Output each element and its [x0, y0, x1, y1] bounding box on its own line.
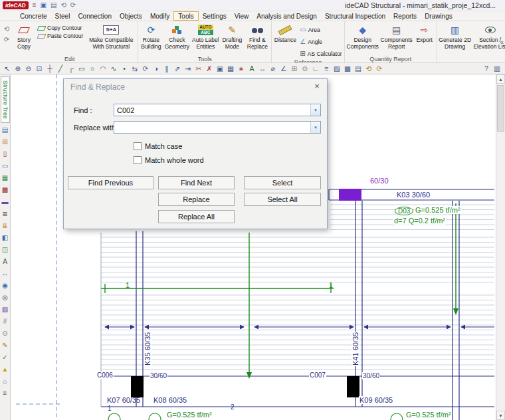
match-whole-word-box[interactable] — [134, 156, 142, 164]
scale-icon[interactable]: ⇗ — [172, 63, 183, 74]
angle-button[interactable]: ∠ Angle — [298, 37, 343, 47]
erase-icon[interactable]: ✗ — [204, 63, 215, 74]
check-geometry-button[interactable]: Check Geometry — [163, 23, 190, 56]
sections-icon[interactable]: ◫ — [1, 245, 10, 255]
undo2-icon[interactable]: ⟲ — [363, 63, 374, 74]
select-icon[interactable]: ↖ — [2, 63, 13, 74]
menu-item-modify[interactable]: Modify — [146, 11, 173, 21]
home-icon[interactable]: ⌂ — [1, 377, 10, 386]
edit-redo-icon[interactable]: ⟳ — [2, 35, 11, 45]
grid-icon[interactable]: ⊞ — [289, 63, 300, 74]
help-icon[interactable]: ? — [481, 63, 492, 74]
story-copy-button[interactable]: Story Copy — [12, 23, 36, 56]
distance-button[interactable]: Distance — [272, 23, 298, 56]
edit-undo-icon[interactable]: ⟲ — [2, 25, 11, 34]
draw-icon[interactable]: ✎ — [1, 341, 10, 350]
paste-contour-button[interactable]: Paste Contour — [37, 33, 84, 39]
offset-icon[interactable]: ∥ — [161, 63, 172, 74]
find-input[interactable] — [114, 104, 310, 116]
rotate-icon[interactable]: ⟳ — [140, 63, 151, 74]
scroll-thumb[interactable] — [497, 85, 504, 132]
find-next-button[interactable]: Find Next — [158, 176, 235, 189]
export-button[interactable]: ⇨ Export — [413, 23, 436, 56]
ortho-icon[interactable]: ∟ — [310, 63, 321, 74]
stairs-icon[interactable]: ≣ — [1, 209, 10, 219]
rotate-building-button[interactable]: ⟳ Rotate Building — [139, 23, 163, 56]
refresh-icon[interactable]: ⟳ — [374, 63, 385, 74]
materials-icon[interactable]: ◧ — [1, 233, 10, 243]
find-replace-button[interactable]: Find & Replace — [244, 23, 270, 56]
replace-button[interactable]: Replace — [158, 193, 235, 206]
point-icon[interactable]: • — [119, 63, 130, 74]
structure-tree-tab[interactable]: Structure Tree — [1, 76, 10, 123]
beams-icon[interactable]: ▭ — [1, 161, 10, 171]
explode-icon[interactable]: ∗ — [236, 63, 247, 74]
properties-icon[interactable]: ▤ — [353, 63, 363, 74]
mirror-icon[interactable]: ◑ — [151, 63, 161, 74]
move-icon[interactable]: ⇆ — [130, 63, 140, 74]
menu-item-reports[interactable]: Reports — [389, 11, 421, 21]
menu-item-settings[interactable]: Settings — [199, 11, 231, 21]
walls-icon[interactable]: ▩ — [1, 185, 10, 195]
camera-icon[interactable]: ◎ — [1, 293, 10, 302]
dimension-icon[interactable]: ↔ — [257, 63, 268, 74]
stories-icon[interactable]: ▤ — [1, 126, 10, 135]
drafting-mode-button[interactable]: ✎ Drafting Mode — [221, 23, 243, 56]
replace-input[interactable] — [114, 122, 310, 133]
save-icon[interactable]: ▣ — [41, 0, 47, 11]
dimensions-icon[interactable]: ↔ — [1, 269, 10, 278]
vertical-scrollbar[interactable]: ▲ ▼ — [496, 74, 505, 420]
app-menu-icon[interactable]: ≡ — [33, 0, 37, 11]
stretch-icon[interactable]: ⇥ — [183, 63, 193, 74]
find-dropdown-arrow-icon[interactable]: ▼ — [310, 104, 320, 116]
angle-icon[interactable]: ∠ — [278, 63, 289, 74]
snap2-icon[interactable]: ⊙ — [1, 329, 10, 338]
panel-icon[interactable]: ▥ — [492, 63, 502, 74]
menu-item-drawings[interactable]: Drawings — [421, 11, 456, 21]
dialog-close-button[interactable]: × — [311, 81, 323, 92]
fill-icon[interactable]: ▩ — [342, 63, 353, 74]
select-all-button[interactable]: Select All — [244, 193, 321, 206]
replace-combobox[interactable]: ▼ — [114, 121, 321, 134]
menu-item-connection[interactable]: Connection — [74, 11, 116, 21]
copy-icon[interactable]: ▣ — [215, 63, 225, 74]
match-case-checkbox[interactable]: Match case — [134, 142, 182, 150]
redo-icon[interactable]: ⟳ — [70, 0, 76, 11]
list-icon[interactable]: ≡ — [1, 389, 10, 398]
match-whole-word-checkbox[interactable]: Match whole word — [134, 156, 204, 164]
measure-icon[interactable]: ⌀ — [268, 63, 278, 74]
generate-2d-drawing-button[interactable]: ▥ Generate 2D Drawing — [438, 23, 472, 56]
undo-icon[interactable]: ⟲ — [60, 0, 66, 11]
grid2-icon[interactable]: # — [1, 317, 10, 326]
scroll-up-arrow[interactable]: ▲ — [496, 74, 505, 84]
menu-item-analysis-and-design[interactable]: Analysis and Design — [252, 11, 321, 21]
labels-icon[interactable]: A — [1, 257, 10, 266]
replace-dropdown-arrow-icon[interactable]: ▼ — [310, 122, 320, 133]
pan-icon[interactable]: ┼ — [45, 63, 55, 74]
match-case-box[interactable] — [134, 142, 142, 150]
text-icon[interactable]: A — [247, 63, 257, 74]
columns-icon[interactable]: ▯ — [1, 150, 10, 159]
components-report-button[interactable]: ▤ Components Report — [381, 23, 413, 56]
line-icon[interactable]: ╱ — [55, 63, 66, 74]
find-combobox[interactable]: ▼ — [114, 104, 321, 116]
arc-icon[interactable]: ◠ — [98, 63, 108, 74]
zoom-window-icon[interactable]: ⊡ — [34, 63, 45, 74]
slabs-icon[interactable]: ▦ — [1, 173, 10, 183]
replace-all-button[interactable]: Replace All — [158, 210, 235, 223]
auto-label-entities-button[interactable]: AUTO ABC Auto Label Entities — [191, 23, 220, 56]
design-components-button[interactable]: ◆ Design Components — [346, 23, 380, 56]
polyline-icon[interactable]: ┌ — [66, 63, 76, 74]
foundation-icon[interactable]: ▬ — [1, 197, 10, 207]
array-icon[interactable]: ▦ — [225, 63, 236, 74]
scroll-down-arrow[interactable]: ▼ — [496, 411, 505, 420]
layers-icon[interactable]: ≡ — [321, 63, 332, 74]
zoom-in-icon[interactable]: ⊕ — [13, 63, 23, 74]
print-icon[interactable]: ▤ — [50, 0, 56, 11]
views-icon[interactable]: ◉ — [1, 281, 10, 290]
rectangle-icon[interactable]: ▭ — [76, 63, 87, 74]
select-button[interactable]: Select — [244, 176, 321, 189]
render-icon[interactable]: ▧ — [1, 305, 10, 314]
menu-item-structural-inspection[interactable]: Structural Inspection — [321, 11, 389, 21]
copy-contour-button[interactable]: Copy Contour — [37, 25, 84, 31]
